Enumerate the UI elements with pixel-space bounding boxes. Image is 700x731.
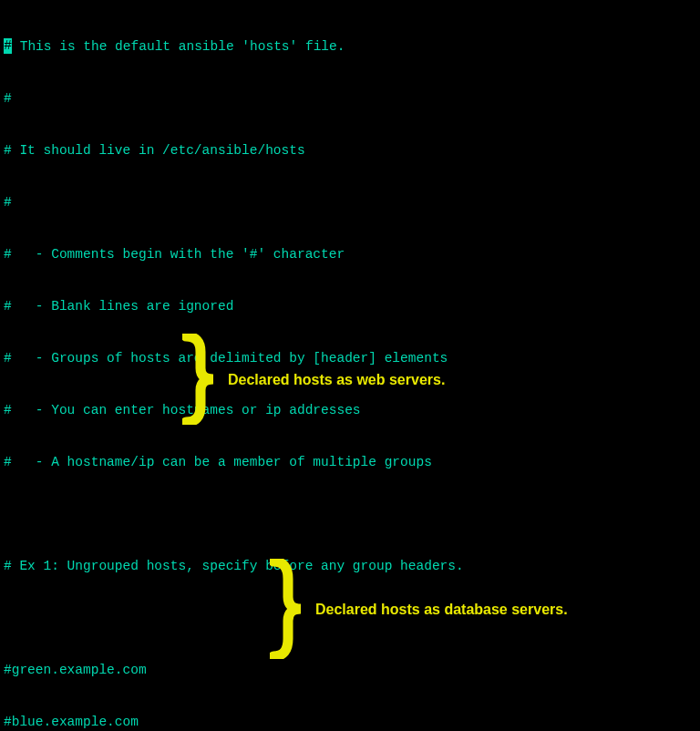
curly-brace-icon [270,559,306,659]
terminal-line: # [4,194,700,211]
terminal-line [4,506,700,523]
annotation-label: Declared hosts as database servers. [315,601,568,618]
cursor-block: # [4,38,12,54]
terminal-line: # - Comments begin with the '#' characte… [4,246,700,263]
terminal-line-0: # This is the default ansible 'hosts' fi… [4,38,700,56]
annotation-webservers: Declared hosts as web servers. [182,334,445,425]
terminal-line: # - Blank lines are ignored [4,298,700,315]
annotation-dbservers: Declared hosts as database servers. [270,559,568,659]
terminal-line: # It should live in /etc/ansible/hosts [4,142,700,160]
terminal-line: # - A hostname/ip can be a member of mul… [4,454,700,471]
terminal-line: #blue.example.com [4,714,700,731]
annotation-label: Declared hosts as web servers. [228,371,445,388]
line-text-0: This is the default ansible 'hosts' file… [12,38,345,56]
curly-brace-icon [182,334,219,425]
terminal-line: # [4,90,700,108]
terminal-line: #green.example.com [4,662,700,679]
